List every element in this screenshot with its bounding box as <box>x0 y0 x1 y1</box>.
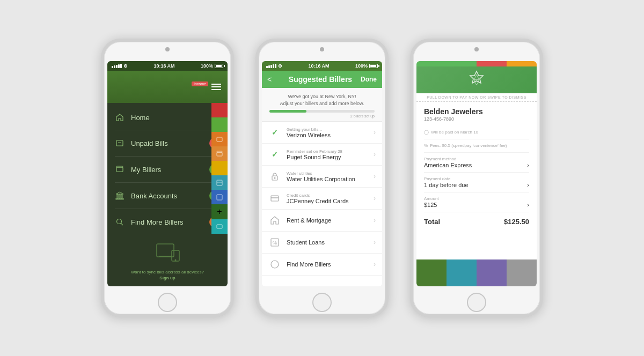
home-icon <box>115 113 125 122</box>
biller-info: Getting your bills... Verizon Wireless <box>287 127 368 138</box>
biller-sub-label: Credit cards <box>287 193 368 198</box>
chevron-right-icon: › <box>527 162 529 168</box>
svg-rect-12 <box>217 152 222 156</box>
biller-info: Reminder set on February 28 Puget Sound … <box>287 149 368 160</box>
sidebar-item-label: Find More Billers <box>131 218 203 226</box>
chevron-right-icon: › <box>374 195 376 202</box>
percent-icon: % <box>424 143 428 148</box>
amount-field[interactable]: Amount $125 › <box>424 192 529 212</box>
merchant-logo-icon <box>467 70 486 90</box>
payment-due-field[interactable]: Payment date 1 day before due › <box>424 173 529 192</box>
svg-line-10 <box>121 224 123 226</box>
progress-bar <box>269 110 375 113</box>
sidebar-item-my-billers[interactable]: My Billers ✓ <box>107 159 228 180</box>
biller-name-label: Find More Billers <box>287 261 368 268</box>
swatch-gray <box>507 259 537 286</box>
sidebar-item-label: Bank Accounts <box>131 192 203 200</box>
field-value: American Express › <box>424 162 529 168</box>
back-button[interactable]: < <box>267 75 280 84</box>
list-item[interactable]: Water utilities Water Utilities Corporat… <box>262 166 382 188</box>
phone-1: ⊜ 10:16 AM 100% Income <box>101 39 234 317</box>
sync-description: Want to sync bills accross all devices? … <box>131 269 204 281</box>
top-color-bars <box>416 61 537 66</box>
check-icon: ✓ <box>268 126 281 139</box>
suggested-billers-screen: < Suggested Billers Done We've got you a… <box>262 71 382 286</box>
home-button-1[interactable] <box>158 293 177 312</box>
field-value: $125 › <box>424 202 529 208</box>
biller-name-label: Student Loans <box>287 239 368 246</box>
bills-icon <box>115 138 125 148</box>
list-item[interactable]: ✓ Getting your bills... Verizon Wireless… <box>262 122 382 144</box>
home-button-2[interactable] <box>312 293 332 312</box>
svg-rect-14 <box>217 180 222 186</box>
biller-name-label: JCPenney Credit Cards <box>287 198 368 204</box>
status-bar-2: ⊜ 10:16 AM 100% <box>262 61 382 71</box>
lock-icon <box>268 170 281 183</box>
list-item[interactable]: Find More Billers › <box>262 254 382 276</box>
field-label: % Fees: $0.5 (speedpay 'convenience' fee… <box>424 143 529 148</box>
chevron-right-icon: › <box>374 151 376 158</box>
svg-rect-19 <box>159 256 172 257</box>
chevron-right-icon: › <box>374 239 376 246</box>
home-button-3[interactable] <box>467 293 486 312</box>
side-badge-orange <box>211 132 228 146</box>
svg-rect-16 <box>217 195 222 200</box>
income-badge: Income <box>192 81 208 86</box>
list-item[interactable]: ✓ Reminder set on February 28 Puget Soun… <box>262 144 382 166</box>
list-item[interactable]: Rent & Mortgage › <box>262 210 382 232</box>
svg-rect-6 <box>119 195 120 198</box>
svg-rect-2 <box>116 167 123 172</box>
svg-text:%: % <box>273 240 277 246</box>
biller-name-label: Rent & Mortgage <box>287 217 368 224</box>
merchant-phone: 123-456-7890 <box>424 116 529 122</box>
chevron-right-icon: › <box>374 173 376 180</box>
screen-title: Suggested Billers <box>280 75 361 84</box>
field-label: Payment date <box>424 176 529 181</box>
hamburger-icon[interactable] <box>209 81 223 92</box>
svg-point-9 <box>117 219 122 224</box>
field-label: Amount <box>424 196 529 201</box>
sidebar-item-home[interactable]: Home <box>107 107 228 128</box>
list-item[interactable]: % Student Loans › <box>262 232 382 254</box>
done-button[interactable]: Done <box>361 76 377 83</box>
sync-device-icon <box>151 239 184 266</box>
progress-fill <box>269 110 306 113</box>
menu-screen: Income Home <box>107 71 228 286</box>
sidebar-item-label: Home <box>131 114 220 122</box>
sidebar-item-find-billers[interactable]: Find More Billers ! <box>107 211 228 233</box>
battery-area-2: 100% <box>355 63 378 69</box>
svg-rect-3 <box>116 166 123 167</box>
biller-name-label: Verizon Wireless <box>287 132 368 138</box>
banner-text: We've got you at New York, NY!Adjust you… <box>269 93 375 107</box>
status-bar-1: ⊜ 10:16 AM 100% <box>107 61 228 71</box>
side-badge-blue <box>211 190 228 204</box>
location-banner: We've got you at New York, NY!Adjust you… <box>262 88 382 122</box>
side-badge-red <box>211 103 228 117</box>
sidebar-item-label: Unpaid Bills <box>131 139 203 147</box>
svg-rect-5 <box>117 195 118 198</box>
progress-label: 2 billers set up <box>269 114 375 118</box>
chevron-right-icon: › <box>527 182 529 188</box>
wifi-icon-2: ⊜ <box>278 63 282 69</box>
list-item[interactable]: Credit cards JCPenney Credit Cards › <box>262 188 382 210</box>
total-label: Total <box>424 218 440 226</box>
bar-green <box>416 61 477 66</box>
billers-header: < Suggested Billers Done <box>262 71 382 88</box>
fees-field: % Fees: $0.5 (speedpay 'convenience' fee… <box>424 139 529 153</box>
field-value: 1 day before due › <box>424 182 529 188</box>
svg-rect-11 <box>217 137 222 142</box>
circle-icon <box>268 258 281 271</box>
svg-rect-0 <box>116 140 123 146</box>
payment-method-field[interactable]: Payment method American Express › <box>424 153 529 173</box>
check-icon: ✓ <box>268 148 281 161</box>
svg-rect-13 <box>217 151 222 152</box>
sidebar-item-unpaid-bills[interactable]: Unpaid Bills <box>107 132 228 154</box>
chevron-right-icon: › <box>374 217 376 224</box>
time-display-2: 10:16 AM <box>308 63 329 69</box>
side-badges: + <box>211 103 228 234</box>
menu-header: Income <box>107 71 228 103</box>
chevron-right-icon: › <box>374 261 376 268</box>
battery-icon <box>215 64 223 68</box>
sidebar-item-bank-accounts[interactable]: Bank Accounts ✓ <box>107 185 228 206</box>
biller-info: Student Loans <box>287 239 368 246</box>
